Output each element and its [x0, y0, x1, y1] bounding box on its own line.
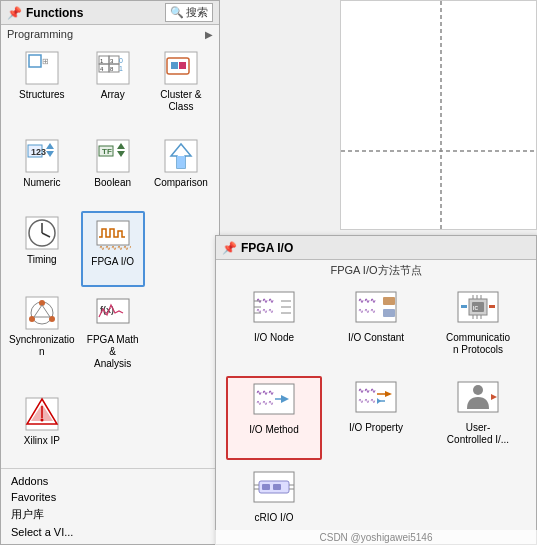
timing-item[interactable]: Timing	[7, 211, 77, 287]
io-method-icon: ∿∿∿ ∿∿∿	[252, 382, 296, 422]
empty-item-2	[149, 291, 213, 387]
io-constant-label: I/O Constant	[348, 332, 404, 344]
structures-icon: ⊞	[23, 49, 61, 87]
addons-label: Addons	[11, 475, 48, 487]
svg-text:∿∿∿: ∿∿∿	[358, 307, 376, 314]
io-constant-icon: ∿∿∿ ∿∿∿	[354, 290, 398, 330]
search-label: 搜索	[186, 5, 208, 20]
structures-item[interactable]: ⊞ Structures	[7, 46, 77, 130]
cluster-class-item[interactable]: Cluster &Class	[149, 46, 213, 130]
svg-text:∿∿∿: ∿∿∿	[358, 397, 376, 404]
fpga-math-label: FPGA Math &Analysis	[83, 334, 143, 370]
svg-text:∿∿∿: ∿∿∿	[256, 399, 274, 406]
comm-protocols-label: Communication Protocols	[446, 332, 510, 356]
functions-grid: ⊞ Structures 1 4 3 8 0 1	[1, 42, 219, 468]
fpga-io-label: FPGA I/O	[91, 256, 134, 268]
favorites-label: Favorites	[11, 491, 56, 503]
svg-point-51	[40, 418, 43, 421]
xilinx-ip-item[interactable]: Xilinx IP	[7, 392, 77, 464]
crio-io-label: cRIO I/O	[255, 512, 294, 524]
fpga-math-item[interactable]: f(x) FPGA Math &Analysis	[81, 291, 145, 387]
user-lib-label: 用户库	[11, 508, 44, 520]
fpga-panel: 📌 FPGA I/O FPGA I/O方法节点 ∿∿∿ ∿∿∿ I/O Node	[215, 235, 537, 545]
select-vi-item[interactable]: Select a VI...	[7, 524, 213, 540]
watermark-text: CSDN @yoshigawei5146	[320, 532, 433, 543]
svg-marker-78	[489, 305, 495, 308]
array-icon: 1 4 3 8 0 1	[94, 49, 132, 87]
functions-header: 📌 Functions 🔍 搜索	[1, 1, 219, 25]
io-method-label: I/O Method	[249, 424, 298, 436]
fpga-subtitle: FPGA I/O方法节点	[216, 260, 536, 280]
io-constant-item[interactable]: ∿∿∿ ∿∿∿ I/O Constant	[328, 286, 424, 370]
user-lib-item[interactable]: 用户库	[7, 505, 213, 524]
pin-icon: 📌	[7, 6, 22, 20]
bottom-section: Addons Favorites 用户库 Select a VI...	[1, 468, 219, 544]
synchronization-item[interactable]: Synchronization	[7, 291, 77, 387]
comm-protocols-icon: IC	[456, 290, 500, 330]
svg-text:0: 0	[119, 57, 123, 64]
io-property-item[interactable]: ∿∿∿ ∿∿∿ I/O Property	[328, 376, 424, 460]
search-box[interactable]: 🔍 搜索	[165, 3, 213, 22]
fpga-grid: ∿∿∿ ∿∿∿ I/O Node ∿∿∿ ∿∿∿	[216, 280, 536, 544]
comparison-item[interactable]: Comparison	[149, 134, 213, 206]
svg-point-93	[473, 385, 483, 395]
svg-rect-17	[179, 62, 186, 69]
synchronization-icon	[23, 294, 61, 332]
programming-label: Programming	[7, 28, 73, 40]
svg-text:∿∿∿∿∿∿∿: ∿∿∿∿∿∿∿	[99, 244, 131, 251]
search-icon: 🔍	[170, 6, 184, 19]
fpga-header: 📌 FPGA I/O	[216, 236, 536, 260]
watermark: CSDN @yoshigawei5146	[215, 530, 537, 545]
boolean-icon: TF	[94, 137, 132, 175]
svg-text:∿∿∿: ∿∿∿	[256, 389, 274, 396]
io-node-label: I/O Node	[254, 332, 294, 344]
crio-io-icon	[252, 470, 296, 510]
io-property-label: I/O Property	[349, 422, 403, 434]
addons-item[interactable]: Addons	[7, 473, 213, 489]
fpga-title: FPGA I/O	[241, 241, 293, 255]
synchronization-label: Synchronization	[9, 334, 75, 358]
array-label: Array	[101, 89, 125, 101]
svg-marker-77	[461, 305, 467, 308]
io-property-icon: ∿∿∿ ∿∿∿	[354, 380, 398, 420]
user-controlled-icon	[456, 380, 500, 420]
cluster-class-label: Cluster &Class	[160, 89, 201, 113]
svg-text:IC: IC	[473, 305, 478, 311]
svg-rect-16	[171, 62, 178, 69]
comm-protocols-item[interactable]: IC Communication Protocols	[430, 286, 526, 370]
programming-category: Programming ▶	[1, 25, 219, 42]
svg-marker-30	[177, 156, 185, 168]
cluster-class-icon	[162, 49, 200, 87]
arrow-right-icon: ▶	[205, 29, 213, 40]
xilinx-ip-label: Xilinx IP	[24, 435, 60, 447]
io-node-item[interactable]: ∿∿∿ ∿∿∿ I/O Node	[226, 286, 322, 370]
connector-area	[340, 0, 537, 230]
xilinx-ip-icon	[23, 395, 61, 433]
comparison-label: Comparison	[154, 177, 208, 189]
svg-rect-66	[383, 297, 395, 305]
functions-panel: 📌 Functions 🔍 搜索 Programming ▶ ⊞ Structu…	[0, 0, 220, 545]
io-node-icon: ∿∿∿ ∿∿∿	[252, 290, 296, 330]
svg-rect-98	[273, 484, 281, 490]
array-item[interactable]: 1 4 3 8 0 1 Array	[81, 46, 145, 130]
numeric-item[interactable]: 123 Numeric	[7, 134, 77, 206]
timing-label: Timing	[27, 254, 57, 266]
fpga-io-icon: ∿∿∿∿∿∿∿	[94, 216, 132, 254]
fpga-pin-icon: 📌	[222, 241, 237, 255]
svg-rect-67	[383, 309, 395, 317]
user-controlled-item[interactable]: User-Controlled I/...	[430, 376, 526, 460]
empty-item-1	[149, 211, 213, 287]
io-method-item[interactable]: ∿∿∿ ∿∿∿ I/O Method	[226, 376, 322, 460]
svg-text:1: 1	[119, 65, 123, 72]
favorites-item[interactable]: Favorites	[7, 489, 213, 505]
svg-text:∿∿∿: ∿∿∿	[358, 387, 376, 394]
numeric-icon: 123	[23, 137, 61, 175]
svg-text:TF: TF	[102, 147, 112, 156]
svg-text:123: 123	[31, 147, 46, 157]
crio-io-item[interactable]: cRIO I/O	[226, 466, 322, 538]
fpga-io-item[interactable]: ∿∿∿∿∿∿∿ FPGA I/O	[81, 211, 145, 287]
fpga-math-icon: f(x)	[94, 294, 132, 332]
boolean-item[interactable]: TF Boolean	[81, 134, 145, 206]
comparison-icon	[162, 137, 200, 175]
svg-rect-97	[262, 484, 270, 490]
